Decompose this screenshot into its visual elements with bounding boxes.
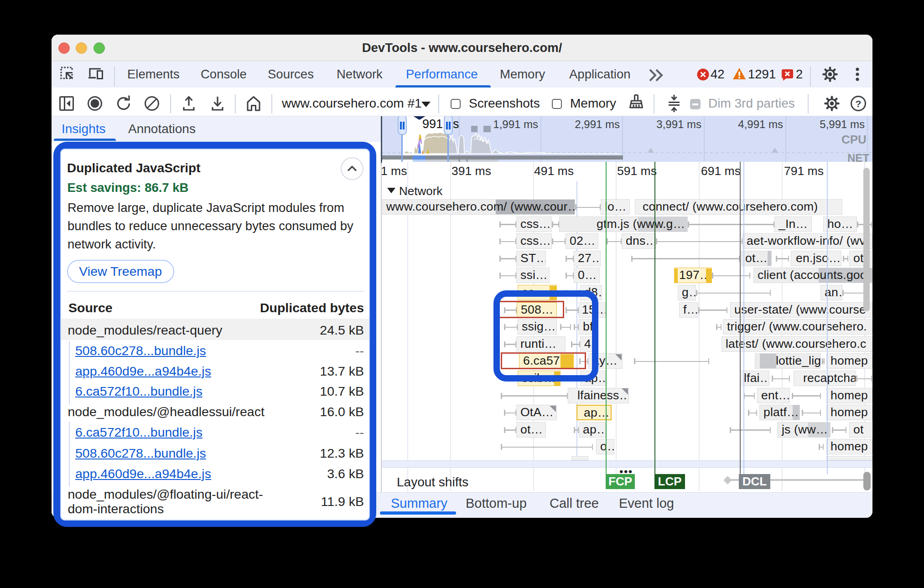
svg-text:?: ? <box>856 98 862 109</box>
